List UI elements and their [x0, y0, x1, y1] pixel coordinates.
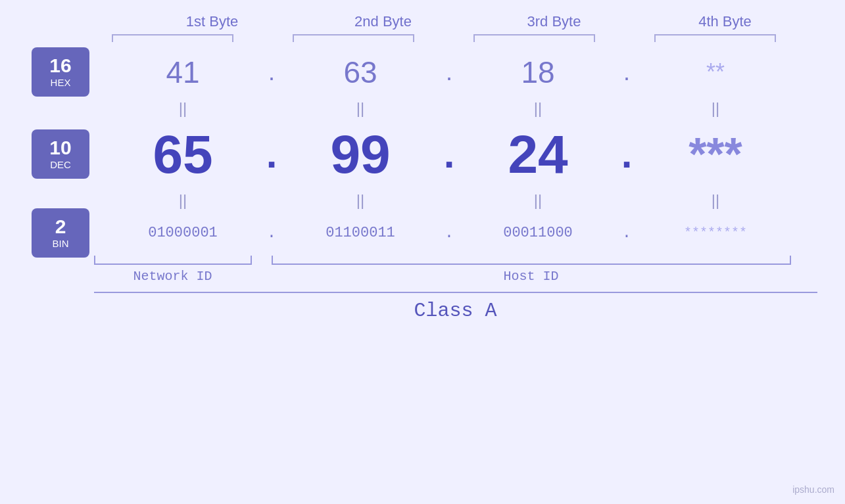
host-id-label: Host ID: [272, 269, 791, 284]
dec-badge-wrapper: 10 DEC: [32, 120, 89, 189]
equals-row-2: || || || ||: [104, 189, 794, 212]
hex-sep2: .: [439, 58, 459, 86]
byte3-header: 3rd Byte: [472, 13, 637, 30]
bin-b2: 01100011: [281, 225, 439, 241]
bracket-4: [654, 34, 776, 42]
byte2-header: 2nd Byte: [301, 13, 466, 30]
bin-sep3: .: [617, 224, 637, 242]
equals-row-1: || || || ||: [104, 97, 794, 120]
bracket-cell-4: [637, 34, 794, 42]
eq2-b3: ||: [459, 191, 617, 210]
bracket-cell-3: [456, 34, 614, 42]
bin-b3: 00011000: [459, 225, 617, 241]
eq1-b1: ||: [104, 99, 262, 118]
dec-b1: 65: [104, 124, 262, 185]
hex-b3: 18: [459, 55, 617, 90]
bin-sep2: .: [439, 224, 459, 242]
bracket-3: [473, 34, 595, 42]
bracket-2: [293, 34, 414, 42]
class-section: Class A: [94, 292, 817, 329]
host-id-bracket: [272, 256, 791, 265]
network-id-label: Network ID: [94, 269, 252, 284]
hex-sep1: .: [262, 58, 281, 86]
bin-badge: 2 BIN: [32, 208, 89, 258]
network-id-bracket: [94, 256, 252, 265]
hex-b2: 63: [281, 55, 439, 90]
dec-row: 65 . 99 . 24 . ***: [104, 120, 794, 189]
bin-sep1: .: [262, 224, 281, 242]
dec-number: 10: [49, 138, 71, 158]
dec-b3: 24: [459, 124, 617, 185]
eq1-b4: ||: [637, 99, 794, 118]
hex-b1: 41: [104, 55, 262, 90]
base-badges-column: 16 HEX 10 DEC 2 BIN: [32, 47, 89, 254]
bin-row: 01000001 . 01100011 . 00011000 . *******…: [104, 212, 794, 254]
hex-badge: 16 HEX: [32, 47, 89, 97]
bracket-cell-2: [275, 34, 433, 42]
watermark: ipshu.com: [792, 484, 834, 495]
dec-label: DEC: [50, 159, 71, 170]
hex-number: 16: [49, 56, 71, 76]
dec-b4: ***: [637, 128, 794, 181]
hex-sep3: .: [617, 58, 637, 86]
dec-sep2: .: [439, 131, 459, 177]
eq1-b3: ||: [459, 99, 617, 118]
dec-b2: 99: [281, 124, 439, 185]
data-rows: 41 . 63 . 18 . ** || || || || 65: [104, 47, 794, 254]
hex-label: HEX: [51, 77, 71, 88]
hex-row: 41 . 63 . 18 . **: [104, 47, 794, 97]
class-label: Class A: [94, 293, 817, 329]
main-rows-area: 16 HEX 10 DEC 2 BIN: [0, 47, 845, 254]
dec-sep1: .: [262, 131, 281, 177]
eq2-b2: ||: [281, 191, 439, 210]
dec-sep3: .: [617, 131, 637, 177]
hex-badge-wrapper: 16 HEX: [32, 47, 89, 97]
bin-label: BIN: [52, 238, 68, 249]
byte-headers-row: 1st Byte 2nd Byte 3rd Byte 4th Byte: [127, 13, 811, 30]
bin-b1: 01000001: [104, 225, 262, 241]
bin-number: 2: [55, 217, 66, 237]
dec-badge: 10 DEC: [32, 129, 89, 179]
bsep1: [252, 256, 272, 265]
byte4-header: 4th Byte: [643, 13, 808, 30]
eq2-b4: ||: [637, 191, 794, 210]
bracket-1: [112, 34, 233, 42]
bin-b4: ********: [637, 225, 794, 241]
top-brackets: [94, 34, 817, 42]
sep-label: [252, 269, 272, 284]
eq1-b2: ||: [281, 99, 439, 118]
bottom-brackets-row: [94, 256, 817, 265]
eq2-b1: ||: [104, 191, 262, 210]
bracket-cell-1: [94, 34, 252, 42]
hex-b4: **: [637, 58, 794, 86]
id-labels-row: Network ID Host ID: [94, 269, 817, 284]
bin-badge-wrapper: 2 BIN: [32, 212, 89, 254]
main-container: 1st Byte 2nd Byte 3rd Byte 4th Byte 16: [0, 0, 845, 504]
byte1-header: 1st Byte: [130, 13, 295, 30]
